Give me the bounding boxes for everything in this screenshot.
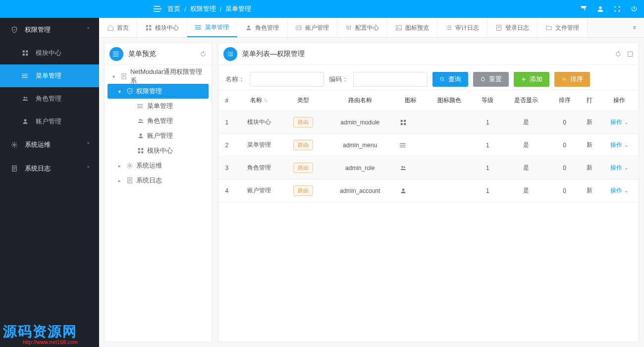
sidebar-item[interactable]: 角色管理: [0, 87, 99, 110]
tree-node[interactable]: 菜单管理: [107, 99, 209, 114]
tab[interactable]: 登录日志: [487, 18, 537, 37]
user-icon[interactable]: [596, 5, 604, 13]
sidebar-group-label: 权限管理: [25, 25, 51, 34]
svg-rect-18: [146, 28, 148, 30]
svg-rect-57: [229, 54, 233, 54]
svg-rect-40: [113, 56, 119, 56]
column-header[interactable]: #: [218, 90, 235, 111]
reset-button[interactable]: 重置: [473, 72, 509, 87]
table-row[interactable]: 2菜单管理路由admin_menu1是0新操作 ⌄: [218, 134, 639, 157]
panel-icon: [109, 47, 123, 61]
sidebar-item[interactable]: 模块中心: [0, 42, 99, 64]
sidebar-item[interactable]: 账户管理: [0, 110, 99, 133]
tab[interactable]: 图标预览: [387, 18, 437, 37]
code-input[interactable]: [353, 72, 428, 87]
column-header[interactable]: 类型: [282, 90, 324, 111]
breadcrumb-item[interactable]: 菜单管理: [225, 4, 251, 13]
svg-rect-33: [446, 27, 447, 28]
tree-node[interactable]: ▸系统日志: [107, 173, 209, 188]
reset-label: 重置: [489, 75, 502, 84]
cell-sort: 0: [550, 179, 580, 202]
tab[interactable]: 配置中心: [337, 18, 387, 37]
table-row[interactable]: 3角色管理路由admin_role1是0新操作 ⌄: [218, 157, 639, 179]
column-header[interactable]: 图标: [396, 90, 426, 111]
route-tag: 路由: [293, 140, 313, 150]
sidebar-item[interactable]: 菜单管理: [0, 64, 99, 87]
operate-dropdown[interactable]: 操作 ⌄: [610, 141, 628, 149]
cell-index: 4: [218, 179, 235, 202]
tab[interactable]: 首页: [99, 18, 137, 37]
tab[interactable]: 文件管理: [537, 18, 588, 37]
cell-color: [426, 111, 473, 134]
chevron-down-icon: ˅: [87, 165, 90, 173]
tree-label: 权限管理: [136, 87, 162, 96]
tab[interactable]: 审计日志: [437, 18, 487, 37]
power-icon[interactable]: [630, 5, 638, 13]
breadcrumb: 首页 / 权限管理 / 菜单管理: [167, 4, 251, 13]
column-header[interactable]: 等级: [473, 90, 503, 111]
tabs-more-icon[interactable]: [628, 18, 641, 37]
refresh-icon[interactable]: [200, 51, 207, 58]
panel-title: 菜单预览: [128, 50, 156, 58]
svg-rect-39: [113, 54, 119, 54]
menu-toggle-icon[interactable]: [154, 4, 162, 13]
sidebar-group[interactable]: 系统运维˅: [0, 133, 99, 157]
svg-rect-59: [229, 55, 233, 56]
sidebar-group[interactable]: 权限管理˄: [0, 18, 99, 42]
sort-button[interactable]: 排序: [554, 72, 590, 87]
home-icon: [107, 24, 114, 31]
tree-node[interactable]: 角色管理: [107, 114, 209, 128]
operate-dropdown[interactable]: 操作 ⌄: [610, 164, 628, 172]
svg-rect-64: [401, 123, 403, 125]
gear-icon: [126, 162, 133, 169]
operate-dropdown[interactable]: 操作 ⌄: [610, 118, 628, 126]
tab[interactable]: 角色管理: [237, 18, 287, 37]
fullscreen-panel-icon[interactable]: [627, 51, 634, 58]
svg-rect-31: [446, 26, 447, 26]
tab-label: 图标预览: [405, 24, 429, 32]
tab[interactable]: 模块中心: [137, 18, 187, 37]
column-header[interactable]: 图标颜色: [426, 90, 473, 111]
chevron-down-icon: ⌄: [624, 165, 628, 171]
table-row[interactable]: 1模块中心路由admin_module1是0新操作 ⌄: [218, 111, 639, 134]
svg-rect-9: [22, 75, 28, 76]
column-header[interactable]: 打: [580, 90, 600, 111]
sort-icon[interactable]: ⇅: [264, 98, 268, 103]
breadcrumb-item[interactable]: 首页: [167, 4, 180, 13]
cell-icon: [396, 134, 426, 157]
table-row[interactable]: 4账户管理路由admin_account1是0新操作 ⌄: [218, 179, 639, 202]
tree-node[interactable]: 模块中心: [107, 143, 209, 158]
column-header[interactable]: 名称 ⇅: [235, 90, 283, 111]
fullscreen-icon[interactable]: [613, 5, 621, 13]
column-header[interactable]: 操作: [600, 90, 639, 111]
tab-label: 菜单管理: [205, 23, 229, 32]
tab[interactable]: 菜单管理: [187, 18, 237, 37]
cell-show: 是: [502, 111, 550, 134]
query-button[interactable]: 查询: [432, 72, 468, 87]
operate-dropdown[interactable]: 操作 ⌄: [610, 186, 628, 195]
cell-color: [426, 134, 473, 157]
tree-node[interactable]: ▾权限管理: [107, 84, 209, 99]
caret-icon: ▾: [118, 89, 123, 94]
column-header[interactable]: 排序: [550, 90, 580, 111]
tab[interactable]: 账户管理: [287, 18, 337, 37]
tree-node[interactable]: 账户管理: [107, 128, 209, 143]
column-header[interactable]: 路由名称: [324, 90, 396, 111]
svg-point-3: [599, 6, 601, 9]
menu-preview-panel: 菜单预览 ▾NetModular通用权限管理系▾权限管理菜单管理角色管理账户管理…: [104, 43, 212, 342]
grid-icon: [137, 147, 144, 154]
sidebar-group[interactable]: 系统日志˅: [0, 157, 99, 180]
cell-icon: [396, 179, 426, 202]
topbar: 首页 / 权限管理 / 菜单管理: [0, 0, 644, 18]
tree-label: 角色管理: [147, 116, 173, 125]
tree-node[interactable]: ▸系统运维: [107, 158, 209, 173]
theme-icon[interactable]: [580, 5, 588, 13]
tree-root[interactable]: ▾NetModular通用权限管理系: [107, 69, 209, 84]
column-header[interactable]: 是否显示: [502, 90, 550, 111]
shield-icon: [9, 26, 20, 33]
svg-rect-1: [154, 8, 161, 9]
name-input[interactable]: [250, 72, 324, 87]
refresh-icon[interactable]: [615, 51, 622, 58]
breadcrumb-item[interactable]: 权限管理: [190, 4, 216, 13]
add-button[interactable]: 添加: [514, 72, 549, 87]
